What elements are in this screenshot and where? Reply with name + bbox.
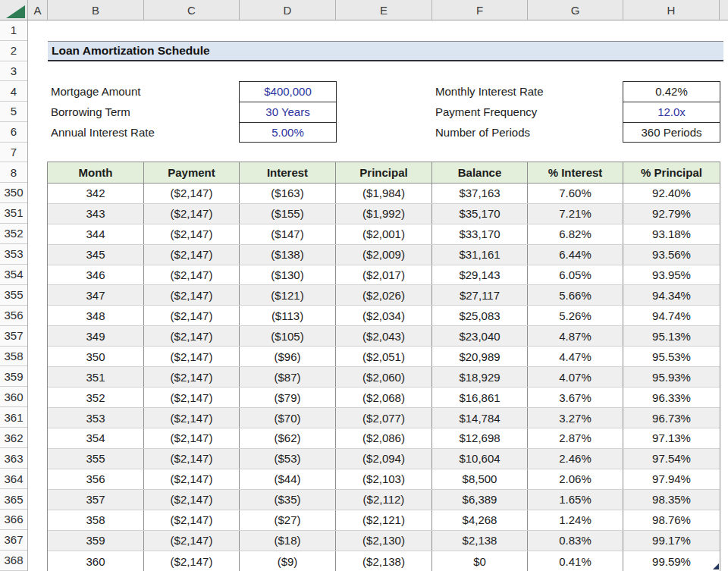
input-value-cell[interactable]: 30 Years xyxy=(240,102,336,122)
table-cell-balance[interactable]: $27,117 xyxy=(432,285,528,305)
table-cell-month[interactable]: 343 xyxy=(48,204,144,224)
table-cell-month[interactable]: 356 xyxy=(48,469,144,489)
table-cell-payment[interactable]: ($2,147) xyxy=(144,367,240,387)
table-cell-interest[interactable]: ($163) xyxy=(240,184,336,203)
input-label-cell[interactable]: Annual Interest Rate xyxy=(48,122,237,143)
table-cell-month[interactable]: 342 xyxy=(48,184,144,203)
table-cell-payment[interactable]: ($2,147) xyxy=(144,224,240,244)
table-cell-payment[interactable]: ($2,147) xyxy=(144,285,240,305)
table-cell-interest[interactable]: ($79) xyxy=(240,387,336,407)
table-cell-pct-interest[interactable]: 7.21% xyxy=(528,204,623,224)
select-all-corner[interactable] xyxy=(0,0,28,20)
table-cell-balance[interactable]: $29,143 xyxy=(432,265,528,285)
table-cell-pct-interest[interactable]: 7.60% xyxy=(528,184,623,203)
table-cell-pct-principal[interactable]: 97.94% xyxy=(623,469,720,489)
input-value-cell[interactable]: 5.00% xyxy=(240,122,336,143)
table-cell-pct-interest[interactable]: 2.46% xyxy=(528,449,623,469)
input-label-cell[interactable]: Payment Frequency xyxy=(432,102,622,122)
table-cell-interest[interactable]: ($70) xyxy=(240,408,336,428)
row-header[interactable]: 357 xyxy=(0,326,27,347)
table-cell-interest[interactable]: ($44) xyxy=(240,469,336,489)
table-cell-interest[interactable]: ($105) xyxy=(240,326,336,346)
row-header[interactable]: 351 xyxy=(0,203,27,224)
table-cell-month[interactable]: 344 xyxy=(48,224,144,244)
input-label-cell[interactable]: Borrowing Term xyxy=(48,102,237,122)
table-cell-pct-interest[interactable]: 6.82% xyxy=(528,224,623,244)
table-cell-balance[interactable]: $4,268 xyxy=(432,510,528,530)
row-header[interactable]: 364 xyxy=(0,469,27,489)
table-cell-principal[interactable]: ($2,026) xyxy=(336,285,432,305)
input-value-cell[interactable]: $400,000 xyxy=(240,82,336,102)
table-cell-interest[interactable]: ($147) xyxy=(240,224,336,244)
table-cell-pct-principal[interactable]: 95.13% xyxy=(623,326,720,346)
table-cell-principal[interactable]: ($1,992) xyxy=(336,204,432,224)
table-cell-pct-principal[interactable]: 98.35% xyxy=(623,490,720,510)
input-label-cell[interactable]: Monthly Interest Rate xyxy=(432,81,622,102)
table-cell-pct-interest[interactable]: 6.44% xyxy=(528,245,623,265)
table-cell-payment[interactable]: ($2,147) xyxy=(144,510,240,530)
table-cell-balance[interactable]: $8,500 xyxy=(432,469,528,489)
table-cell-month[interactable]: 360 xyxy=(48,551,144,571)
table-cell-balance[interactable]: $6,389 xyxy=(432,490,528,510)
table-cell-interest[interactable]: ($155) xyxy=(240,204,336,224)
column-header[interactable]: H xyxy=(623,0,720,20)
input-value-cell[interactable]: 12.0x xyxy=(623,102,720,122)
table-cell-pct-interest[interactable]: 4.07% xyxy=(528,367,623,387)
table-cell-pct-principal[interactable]: 92.40% xyxy=(623,184,720,203)
table-cell-pct-interest[interactable]: 1.65% xyxy=(528,490,623,510)
row-header[interactable]: 365 xyxy=(0,489,27,510)
table-cell-interest[interactable]: ($138) xyxy=(240,245,336,265)
column-header[interactable]: D xyxy=(240,0,336,20)
table-cell-pct-principal[interactable]: 97.54% xyxy=(623,449,720,469)
table-cell-payment[interactable]: ($2,147) xyxy=(144,531,240,551)
title-cell[interactable]: Loan Amortization Schedule xyxy=(48,41,723,61)
table-header-cell[interactable]: Month xyxy=(48,162,144,183)
table-cell-month[interactable]: 358 xyxy=(48,510,144,530)
table-cell-principal[interactable]: ($2,094) xyxy=(336,449,432,469)
input-value-cell[interactable]: 360 Periods xyxy=(623,122,720,143)
table-cell-interest[interactable]: ($18) xyxy=(240,531,336,551)
input-value-cell[interactable]: 0.42% xyxy=(623,82,720,102)
row-header[interactable]: 7 xyxy=(0,143,27,163)
row-header[interactable]: 354 xyxy=(0,265,27,285)
table-cell-balance[interactable]: $2,138 xyxy=(432,531,528,551)
table-cell-balance[interactable]: $37,163 xyxy=(432,184,528,203)
row-header[interactable]: 360 xyxy=(0,387,27,407)
table-cell-pct-interest[interactable]: 2.87% xyxy=(528,428,623,448)
table-cell-balance[interactable]: $10,604 xyxy=(432,449,528,469)
table-cell-interest[interactable]: ($35) xyxy=(240,490,336,510)
table-cell-month[interactable]: 354 xyxy=(48,428,144,448)
table-cell-payment[interactable]: ($2,147) xyxy=(144,347,240,366)
table-cell-pct-principal[interactable]: 99.17% xyxy=(623,531,720,551)
table-cell-principal[interactable]: ($2,138) xyxy=(336,551,432,571)
row-header[interactable]: 352 xyxy=(0,224,27,244)
row-header[interactable]: 350 xyxy=(0,183,27,203)
table-cell-month[interactable]: 357 xyxy=(48,490,144,510)
row-header[interactable]: 363 xyxy=(0,448,27,469)
row-header[interactable]: 367 xyxy=(0,530,27,551)
table-cell-pct-interest[interactable]: 0.83% xyxy=(528,531,623,551)
table-cell-month[interactable]: 349 xyxy=(48,326,144,346)
table-cell-pct-principal[interactable]: 95.53% xyxy=(623,347,720,366)
table-header-cell[interactable]: Balance xyxy=(432,162,528,183)
table-cell-principal[interactable]: ($2,068) xyxy=(336,387,432,407)
table-cell-pct-principal[interactable]: 94.34% xyxy=(623,285,720,305)
column-header[interactable]: E xyxy=(336,0,432,20)
table-cell-payment[interactable]: ($2,147) xyxy=(144,184,240,203)
table-cell-interest[interactable]: ($87) xyxy=(240,367,336,387)
table-cell-month[interactable]: 347 xyxy=(48,285,144,305)
table-cell-payment[interactable]: ($2,147) xyxy=(144,387,240,407)
table-cell-balance[interactable]: $14,784 xyxy=(432,408,528,428)
row-header[interactable]: 361 xyxy=(0,407,27,428)
table-cell-month[interactable]: 359 xyxy=(48,531,144,551)
table-cell-pct-interest[interactable]: 2.06% xyxy=(528,469,623,489)
table-cell-principal[interactable]: ($2,017) xyxy=(336,265,432,285)
input-label-cell[interactable]: Mortgage Amount xyxy=(48,81,237,102)
table-cell-month[interactable]: 352 xyxy=(48,387,144,407)
table-cell-balance[interactable]: $20,989 xyxy=(432,347,528,366)
row-header[interactable]: 359 xyxy=(0,366,27,387)
column-header[interactable]: G xyxy=(528,0,623,20)
input-label-cell[interactable]: Number of Periods xyxy=(432,122,622,143)
row-header[interactable]: 362 xyxy=(0,428,27,448)
table-cell-payment[interactable]: ($2,147) xyxy=(144,265,240,285)
